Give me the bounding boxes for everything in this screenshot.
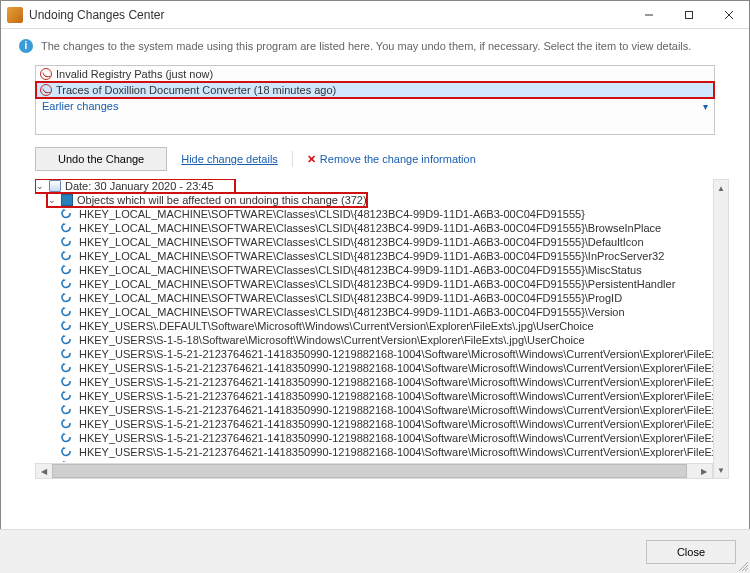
- registry-path: HKEY_USERS\S-1-5-21-2123764621-141835099…: [79, 390, 713, 402]
- registry-path: HKEY_LOCAL_MACHINE\SOFTWARE\Classes\CLSI…: [79, 208, 585, 220]
- undo-icon: [40, 68, 52, 80]
- registry-item[interactable]: HKEY_LOCAL_MACHINE\SOFTWARE\Classes\CLSI…: [35, 277, 713, 291]
- horizontal-scrollbar[interactable]: ◀ ▶: [35, 463, 713, 479]
- undo-arrow-icon: [61, 446, 73, 458]
- undo-arrow-icon: [61, 292, 73, 304]
- registry-item[interactable]: HKEY_LOCAL_MACHINE\SOFTWARE\Classes\CLSI…: [35, 207, 713, 221]
- registry-path: HKEY_LOCAL_MACHINE\SOFTWARE\Classes\CLSI…: [79, 278, 675, 290]
- registry-item[interactable]: HKEY_LOCAL_MACHINE\SOFTWARE\Classes\CLSI…: [35, 249, 713, 263]
- objects-header-text: Objects which will be affected on undoin…: [77, 194, 367, 206]
- window-title: Undoing Changes Center: [29, 8, 629, 22]
- maximize-button[interactable]: [669, 1, 709, 28]
- registry-item[interactable]: HKEY_USERS\S-1-5-21-2123764621-141835099…: [35, 431, 713, 445]
- scroll-thumb[interactable]: [52, 464, 687, 478]
- registry-item[interactable]: HKEY_USERS\S-1-5-21-2123764621-141835099…: [35, 417, 713, 431]
- registry-path: HKEY_LOCAL_MACHINE\SOFTWARE\Classes\CLSI…: [79, 292, 622, 304]
- close-window-button[interactable]: [709, 1, 749, 28]
- undo-arrow-icon: [61, 222, 73, 234]
- earlier-label: Earlier changes: [42, 100, 118, 112]
- info-text: The changes to the system made using thi…: [41, 40, 691, 52]
- registry-item[interactable]: HKEY_USERS\.DEFAULT\Software\Microsoft\W…: [35, 319, 713, 333]
- action-row: Undo the Change Hide change details ✕Rem…: [1, 145, 749, 179]
- change-label: Traces of Doxillion Document Converter (…: [56, 84, 336, 96]
- chevron-down-icon: ▾: [703, 101, 708, 112]
- registry-path: HKEY_USERS\.DEFAULT\Software\Microsoft\W…: [79, 320, 594, 332]
- undo-arrow-icon: [61, 250, 73, 262]
- svg-rect-1: [686, 11, 693, 18]
- details-body: ⌄ Date: 30 January 2020 - 23:45 ⌄ Object…: [35, 179, 713, 463]
- undo-arrow-icon: [61, 236, 73, 248]
- registry-path: HKEY_USERS\S-1-5-21-2123764621-141835099…: [79, 404, 713, 416]
- undo-arrow-icon: [61, 376, 73, 388]
- info-icon: i: [19, 39, 33, 53]
- objects-section-header[interactable]: ⌄ Objects which will be affected on undo…: [47, 193, 367, 207]
- calendar-icon: [49, 180, 61, 192]
- registry-path: HKEY_LOCAL_MACHINE\SOFTWARE\Classes\CLSI…: [79, 264, 642, 276]
- undo-arrow-icon: [61, 264, 73, 276]
- registry-item[interactable]: HKEY_USERS\S-1-5-21-2123764621-141835099…: [35, 389, 713, 403]
- undo-arrow-icon: [61, 390, 73, 402]
- objects-icon: [61, 194, 73, 206]
- undo-arrow-icon: [61, 362, 73, 374]
- info-row: i The changes to the system made using t…: [1, 29, 749, 59]
- registry-path: HKEY_USERS\S-1-5-21-2123764621-141835099…: [79, 348, 713, 360]
- minimize-button[interactable]: [629, 1, 669, 28]
- date-header-text: Date: 30 January 2020 - 23:45: [65, 180, 214, 192]
- undo-arrow-icon: [61, 432, 73, 444]
- changes-panel: Invalid Registry Paths (just now) Traces…: [35, 65, 715, 135]
- title-bar: Undoing Changes Center: [1, 1, 749, 29]
- registry-path: HKEY_USERS\S-1-5-18\Software\Microsoft\W…: [79, 334, 585, 346]
- undo-icon: [40, 84, 52, 96]
- hide-details-link[interactable]: Hide change details: [181, 153, 278, 165]
- registry-list: HKEY_LOCAL_MACHINE\SOFTWARE\Classes\CLSI…: [35, 207, 713, 463]
- change-item-invalid-registry[interactable]: Invalid Registry Paths (just now): [36, 66, 714, 82]
- registry-item[interactable]: HKEY_USERS\S-1-5-18\Software\Microsoft\W…: [35, 333, 713, 347]
- scroll-up-button[interactable]: ▲: [714, 180, 728, 196]
- undo-arrow-icon: [61, 306, 73, 318]
- app-icon: [7, 7, 23, 23]
- vertical-scrollbar[interactable]: ▲ ▼: [713, 179, 729, 479]
- undo-arrow-icon: [61, 334, 73, 346]
- remove-change-info-link[interactable]: ✕Remove the change information: [307, 153, 476, 166]
- registry-item[interactable]: HKEY_USERS\S-1-5-21-2123764621-141835099…: [35, 445, 713, 459]
- undo-arrow-icon: [61, 418, 73, 430]
- undo-arrow-icon: [61, 208, 73, 220]
- registry-path: HKEY_USERS\S-1-5-21-2123764621-141835099…: [79, 418, 713, 430]
- registry-path: HKEY_USERS\S-1-5-21-2123764621-141835099…: [79, 446, 713, 458]
- remove-label: Remove the change information: [320, 153, 476, 165]
- window-controls: [629, 1, 749, 28]
- registry-path: HKEY_USERS\S-1-5-21-2123764621-141835099…: [79, 362, 713, 374]
- date-section-header[interactable]: ⌄ Date: 30 January 2020 - 23:45: [35, 179, 235, 193]
- scroll-down-button[interactable]: ▼: [714, 462, 728, 478]
- registry-path: HKEY_LOCAL_MACHINE\SOFTWARE\Classes\CLSI…: [79, 306, 625, 318]
- change-item-doxillion[interactable]: Traces of Doxillion Document Converter (…: [36, 82, 714, 98]
- undo-change-button[interactable]: Undo the Change: [35, 147, 167, 171]
- footer-bar: Close: [0, 529, 750, 573]
- undo-arrow-icon: [61, 320, 73, 332]
- registry-item[interactable]: HKEY_USERS\S-1-5-21-2123764621-141835099…: [35, 347, 713, 361]
- details-panel: ⌄ Date: 30 January 2020 - 23:45 ⌄ Object…: [35, 179, 729, 479]
- registry-item[interactable]: HKEY_LOCAL_MACHINE\SOFTWARE\Classes\CLSI…: [35, 305, 713, 319]
- registry-item[interactable]: HKEY_USERS\S-1-5-21-2123764621-141835099…: [35, 361, 713, 375]
- close-button[interactable]: Close: [646, 540, 736, 564]
- change-label: Invalid Registry Paths (just now): [56, 68, 213, 80]
- registry-path: HKEY_USERS\S-1-5-21-2123764621-141835099…: [79, 432, 713, 444]
- registry-path: HKEY_USERS\S-1-5-21-2123764621-141835099…: [79, 376, 713, 388]
- resize-grip[interactable]: [736, 559, 748, 571]
- registry-item[interactable]: HKEY_LOCAL_MACHINE\SOFTWARE\Classes\CLSI…: [35, 263, 713, 277]
- registry-path: HKEY_LOCAL_MACHINE\SOFTWARE\Classes\CLSI…: [79, 250, 664, 262]
- registry-item[interactable]: HKEY_LOCAL_MACHINE\SOFTWARE\Classes\CLSI…: [35, 235, 713, 249]
- registry-item[interactable]: HKEY_LOCAL_MACHINE\SOFTWARE\Classes\CLSI…: [35, 221, 713, 235]
- remove-x-icon: ✕: [307, 153, 316, 165]
- scroll-left-button[interactable]: ◀: [36, 464, 52, 478]
- undo-arrow-icon: [61, 404, 73, 416]
- registry-item[interactable]: HKEY_USERS\S-1-5-21-2123764621-141835099…: [35, 375, 713, 389]
- earlier-changes-toggle[interactable]: Earlier changes ▾: [36, 98, 714, 114]
- chevron-down-icon: ⌄: [47, 195, 57, 205]
- scroll-right-button[interactable]: ▶: [696, 464, 712, 478]
- chevron-down-icon: ⌄: [35, 181, 45, 191]
- registry-item[interactable]: HKEY_USERS\S-1-5-21-2123764621-141835099…: [35, 403, 713, 417]
- registry-path: HKEY_LOCAL_MACHINE\SOFTWARE\Classes\CLSI…: [79, 222, 661, 234]
- divider: [292, 151, 293, 167]
- registry-item[interactable]: HKEY_LOCAL_MACHINE\SOFTWARE\Classes\CLSI…: [35, 291, 713, 305]
